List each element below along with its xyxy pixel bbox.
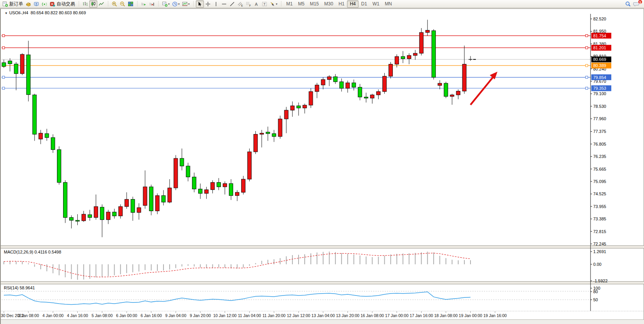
price-badge-label: 79.854 — [593, 75, 606, 80]
horizontal-lines-layer[interactable] — [2, 35, 591, 89]
time-axis[interactable]: 30 Dec 20223 Jan 08:004 Jan 00:004 Jan 1… — [1, 311, 644, 318]
new-order-label: 新订单 — [9, 1, 23, 7]
trend-arrow-head[interactable] — [490, 72, 497, 79]
time-tick-label: 6 Jan 00:00 — [116, 313, 137, 318]
timeframe-mn-button[interactable]: MN — [382, 0, 395, 8]
candle-down — [358, 87, 362, 97]
text-label-tool-button[interactable]: T — [260, 0, 269, 8]
candle-up — [254, 134, 257, 152]
candle-up — [395, 57, 399, 64]
price-tick-label: 77.960 — [593, 116, 606, 121]
templates-button[interactable]: ▾ — [181, 0, 191, 8]
collapse-triangle-icon[interactable]: ▼ — [5, 12, 8, 15]
horizontal-scrollbar[interactable] — [1, 319, 644, 324]
chart-window: 82.52081.95081.38080.81080.24079.67079.1… — [0, 8, 644, 324]
panel-splitter[interactable] — [1, 281, 644, 284]
chart-canvas[interactable]: 82.52081.95081.38080.81080.24079.67079.1… — [1, 9, 644, 324]
candlestick-chart-button[interactable] — [89, 0, 97, 8]
rsi-panel — [2, 291, 591, 304]
bar-chart-button[interactable] — [81, 0, 89, 8]
candle-down — [112, 212, 116, 216]
price-tick-label: 72.815 — [593, 229, 606, 234]
signals-button[interactable] — [40, 0, 48, 8]
time-tick-label: 6 Jan 16:00 — [141, 313, 162, 318]
timeframe-m1-button[interactable]: M1 — [284, 0, 295, 8]
auto-scroll-button[interactable] — [140, 0, 148, 8]
new-order-button[interactable]: 新订单 — [1, 0, 24, 8]
crosshair-icon — [205, 1, 211, 7]
timeframe-h4-button[interactable]: H4 — [347, 0, 358, 8]
zoom-out-icon — [120, 1, 125, 7]
periods-button[interactable]: ▾ — [171, 0, 181, 8]
candle-down — [88, 215, 92, 217]
hline-handle[interactable] — [2, 76, 5, 79]
hline-handle[interactable] — [586, 76, 588, 79]
arrows-tool-button[interactable]: ▾ — [269, 0, 279, 8]
search-button[interactable] — [624, 0, 632, 8]
cursor-icon — [197, 1, 203, 7]
timeframe-h1-button[interactable]: H1 — [336, 0, 347, 8]
line-chart-button[interactable] — [97, 0, 105, 8]
candle-up — [346, 83, 350, 88]
dropdown-caret: ▾ — [168, 2, 170, 6]
candle-up — [462, 64, 466, 91]
chart-shift-button[interactable] — [148, 0, 156, 8]
hline-handle[interactable] — [2, 35, 5, 37]
candlestick-chart-icon — [90, 1, 96, 7]
timeframe-m15-button[interactable]: M15 — [307, 0, 321, 8]
time-tick-label: 9 Jan 04:00 — [165, 313, 186, 318]
candle-up — [284, 110, 288, 119]
toolbar-grip — [280, 1, 282, 7]
hline-handle[interactable] — [586, 64, 588, 67]
text-tool-button[interactable]: A — [252, 0, 260, 8]
autotrading-button[interactable]: 自动交易 — [48, 0, 76, 8]
bar-chart-icon — [82, 1, 88, 7]
fibonacci-tool-button[interactable]: F — [244, 0, 252, 8]
zoom-in-button[interactable] — [110, 0, 118, 8]
hline-handle[interactable] — [586, 47, 588, 49]
tile-windows-icon — [128, 1, 133, 7]
candle-up — [413, 53, 417, 55]
timeframe-m5-button[interactable]: M5 — [295, 0, 307, 8]
candle-up — [370, 95, 374, 98]
price-axis[interactable]: 82.52081.95081.38080.81080.24079.67079.1… — [591, 14, 611, 311]
experts-button[interactable] — [32, 0, 40, 8]
timeframe-w1-button[interactable]: W1 — [370, 0, 382, 8]
horizontal-line-tool-button[interactable] — [220, 0, 228, 8]
crosshair-tool-button[interactable] — [204, 0, 212, 8]
timeframe-d1-button[interactable]: D1 — [359, 0, 370, 8]
hline-handle[interactable] — [586, 87, 588, 89]
trend-arrow-shaft[interactable] — [470, 76, 494, 105]
candle-down — [45, 134, 49, 138]
vertical-line-tool-button[interactable] — [212, 0, 220, 8]
tile-windows-button[interactable] — [127, 0, 135, 8]
notification-badge: 1 — [638, 0, 642, 4]
cursor-tool-button[interactable] — [196, 0, 204, 8]
equidistant-channel-tool-button[interactable]: E — [236, 0, 244, 8]
timeframe-m30-button[interactable]: M30 — [322, 0, 336, 8]
notifications-button[interactable]: 1 — [632, 0, 641, 8]
time-tick-label: 4 Jan 16:00 — [67, 313, 88, 318]
candle-up — [260, 133, 264, 134]
zoom-out-button[interactable] — [118, 0, 127, 8]
price-tick-label: 75.095 — [593, 179, 606, 184]
time-tick-label: 11 Jan 04:00 — [238, 313, 261, 318]
time-tick-label: 3 Jan 08:00 — [18, 313, 39, 318]
new-chart-button[interactable]: ▾ — [161, 0, 171, 8]
trendline-icon — [229, 1, 235, 7]
price-badge-label: 80.669 — [593, 57, 606, 62]
hline-handle[interactable] — [586, 35, 588, 37]
trendline-tool-button[interactable] — [228, 0, 236, 8]
price-tick-label: 73.955 — [593, 204, 606, 209]
history-center-button[interactable] — [24, 0, 32, 8]
rsi-line — [4, 292, 470, 304]
price-tick-label: 76.805 — [593, 142, 606, 146]
hline-handle[interactable] — [2, 87, 5, 89]
panel-splitter[interactable] — [1, 245, 644, 248]
rsi-indicator-label: RSI(14) 58.9641 — [4, 285, 35, 290]
hline-handle[interactable] — [2, 47, 5, 49]
history-center-icon — [25, 1, 31, 7]
toolbar-grip — [136, 1, 138, 7]
candle-up — [39, 133, 43, 139]
new-order-icon — [2, 1, 8, 7]
